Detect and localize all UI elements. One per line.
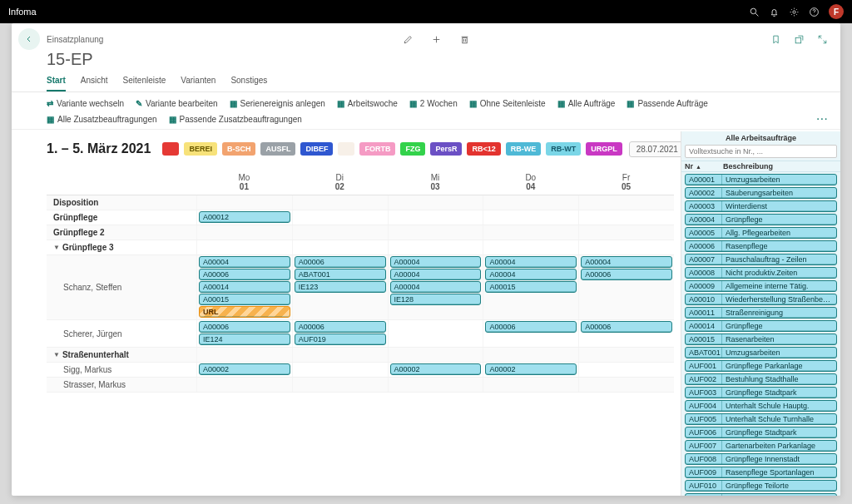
schedule-bar[interactable]: ABAT001 [295,269,386,280]
add-icon[interactable] [429,32,443,46]
search-icon[interactable] [744,2,764,22]
schedule-cell[interactable] [196,378,292,392]
schedule-cell[interactable] [578,195,674,210]
toolbar-more[interactable]: ··· [817,115,829,124]
back-button[interactable] [18,28,40,50]
toolbar-serienereignis-anlegen[interactable]: ▦Serienereignis anlegen [230,99,325,108]
schedule-bar[interactable]: A00004 [199,256,290,268]
bookmark-icon[interactable] [769,32,782,46]
sidebar-col-desc[interactable]: Beschreibung [720,161,840,171]
toolbar-variante-bearbeiten[interactable]: ✎Variante bearbeiten [136,99,218,108]
schedule-bar[interactable]: A00004 [390,269,482,280]
schedule-cell[interactable] [292,225,388,240]
legend-chip-berei[interactable]: BEREI [184,142,217,156]
sidebar-order-row[interactable]: AUF004Unterhalt Schule Hauptg. [685,400,837,412]
schedule-bar[interactable]: A00015 [199,294,290,305]
schedule-bar[interactable]: IE123 [295,281,386,293]
schedule-bar[interactable]: A00004 [390,281,482,293]
schedule-cell[interactable]: A00012 [196,210,292,225]
schedule-bar[interactable]: A00006 [581,269,672,280]
schedule-bar[interactable]: URL [199,306,290,318]
sidebar-order-row[interactable]: A00003Winterdienst [685,200,837,212]
sidebar-order-row[interactable]: A00008Nicht produktiv.Zeiten [685,267,837,279]
row-label[interactable]: Disposition [47,195,196,210]
schedule-cell[interactable]: A00004A00006 [578,255,674,319]
sidebar-order-row[interactable]: A00002Säuberungsarbeiten [685,187,837,199]
legend-chip-rb<12[interactable]: RB<12 [467,142,500,156]
tab-sonstiges[interactable]: Sonstiges [230,72,267,91]
schedule-bar[interactable]: A00006 [295,256,386,268]
sidebar-order-row[interactable]: AUF009Rasenpflege Sportanlagen [685,467,837,478]
toolbar-alle-zusatzbeauftragungen[interactable]: ▦Alle Zusatzbeauftragungen [47,115,157,124]
sidebar-order-row[interactable]: AUF011Straßenbegleitgrün [685,493,837,496]
schedule-bar[interactable]: A00004 [485,256,577,268]
schedule-bar[interactable]: A00006 [199,321,290,333]
legend-chip-urgpl[interactable]: URGPL [586,142,622,156]
toolbar-alle-aufträge[interactable]: ▦Alle Aufträge [557,99,616,108]
schedule-cell[interactable] [292,378,388,392]
sidebar-order-row[interactable]: A00009Allgemeine interne Tätig. [685,280,837,292]
schedule-cell[interactable]: A00006 [578,320,674,347]
row-label[interactable]: ▼Grünpflege 3 [47,240,196,254]
schedule-cell[interactable] [388,225,483,240]
legend-chip-blank[interactable] [162,142,179,156]
schedule-cell[interactable]: A00004A00006A00014A00015URL [196,255,292,319]
schedule-cell[interactable] [578,348,674,362]
sidebar-order-row[interactable]: A00005Allg. Pflegearbeiten [685,227,837,239]
schedule-cell[interactable]: A00004A00004A00015 [483,255,578,319]
schedule-cell[interactable]: A00002 [196,363,292,377]
sidebar-order-row[interactable]: AUF007Gartenarbeiten Parkanlage [685,440,837,452]
row-label[interactable]: Grünpflege 2 [47,225,196,240]
sidebar-order-row[interactable]: A00001Umzugsarbeiten [685,174,837,185]
sidebar-order-row[interactable]: A00006Rasenpflege [685,240,837,252]
popout-icon[interactable] [792,32,805,46]
schedule-cell[interactable] [388,210,483,225]
schedule-cell[interactable]: A00006ABAT001IE123 [292,255,388,319]
schedule-cell[interactable] [388,348,483,362]
delete-icon[interactable] [458,32,471,46]
schedule-cell[interactable] [578,240,674,254]
schedule-bar[interactable]: A00002 [485,363,577,375]
legend-chip-blank[interactable] [338,142,354,156]
tab-ansicht[interactable]: Ansicht [81,72,108,91]
schedule-cell[interactable] [388,320,483,347]
legend-chip-rb-we[interactable]: RB-WE [506,142,542,156]
schedule-cell[interactable]: A00002 [483,363,578,377]
toolbar-arbeitswoche[interactable]: ▦Arbeitswoche [337,99,398,108]
schedule-cell[interactable] [196,225,292,240]
schedule-bar[interactable]: A00004 [485,269,577,280]
schedule-cell[interactable] [196,348,292,362]
schedule-bar[interactable]: A00004 [581,256,672,268]
sidebar-order-row[interactable]: A00014Grünpflege [685,320,837,332]
schedule-cell[interactable] [292,348,388,362]
schedule-bar[interactable]: A00006 [581,321,672,333]
sidebar-order-row[interactable]: A00015Rasenarbeiten [685,334,837,345]
schedule-cell[interactable] [388,378,483,392]
schedule-cell[interactable] [483,378,578,392]
schedule-bar[interactable]: A00006 [485,321,577,333]
schedule-cell[interactable]: A00006 [483,320,578,347]
sidebar-order-row[interactable]: A00011Straßenreinigung [685,307,837,319]
schedule-cell[interactable] [196,240,292,254]
schedule-cell[interactable]: A00006IE124 [196,320,292,347]
sidebar-col-nr[interactable]: Nr▲ [681,161,720,171]
tab-start[interactable]: Start [47,72,66,91]
sidebar-order-row[interactable]: AUF006Grünpflege Stadtpark [685,427,837,438]
legend-chip-fzg[interactable]: FZG [400,142,425,156]
schedule-cell[interactable] [292,210,388,225]
help-icon[interactable] [804,2,824,22]
row-label[interactable]: ▼Straßenunterhalt [47,348,196,362]
legend-chip-persr[interactable]: PersR [430,142,462,156]
schedule-bar[interactable]: A00006 [199,269,290,280]
schedule-bar[interactable]: A00006 [295,321,386,333]
toolbar-ohne-seitenleiste[interactable]: ▦Ohne Seitenleiste [469,99,546,108]
schedule-cell[interactable] [483,210,578,225]
gear-icon[interactable] [784,2,804,22]
schedule-cell[interactable] [578,378,674,392]
schedule-bar[interactable]: A00014 [199,281,290,293]
schedule-cell[interactable] [483,348,578,362]
schedule-bar[interactable]: A00002 [199,363,290,375]
row-label[interactable]: Grünpflege [47,210,196,225]
schedule-bar[interactable]: A00002 [390,363,482,375]
schedule-cell[interactable] [578,210,674,225]
